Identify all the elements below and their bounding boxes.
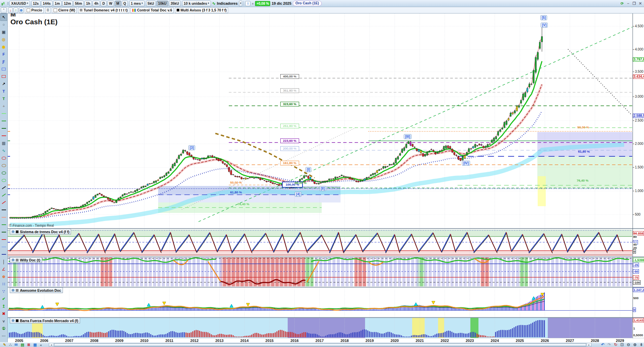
like-tool[interactable]: ↥: [0, 303, 7, 310]
marker-down-button[interactable]: ↓: [8, 7, 13, 13]
notes-icon[interactable]: ▤: [21, 343, 24, 347]
period-selector[interactable]: 1 mes ▾: [129, 1, 145, 6]
chat-icon[interactable]: ✉: [14, 343, 17, 347]
restore-button[interactable]: ❐: [632, 1, 637, 6]
unit-button-5kU[interactable]: 5kU: [146, 1, 156, 6]
chart-window-icon[interactable]: ▦: [33, 343, 37, 347]
panel-header-awesome[interactable]: ⊗ Awesome Evolution Doc: [10, 287, 63, 293]
close-button[interactable]: ✕: [638, 1, 643, 6]
zoom-area-tool[interactable]: ▣: [0, 28, 7, 36]
delete-tool[interactable]: ✖: [0, 310, 7, 317]
timeframe-button-D[interactable]: D: [101, 1, 107, 6]
text-tool[interactable]: T: [0, 88, 7, 95]
legend-item-cierre[interactable]: Cierre (W): [52, 7, 77, 13]
alert-pointer-tool[interactable]: ◎: [0, 36, 7, 43]
collapse-toolbar-button[interactable]: ⌃: [1, 7, 7, 13]
unit-button-35kU[interactable]: 35kU: [169, 1, 181, 6]
elliott-wave-label[interactable]: [V]: [541, 23, 548, 28]
ellipse-brown-tool[interactable]: [0, 162, 7, 169]
redo-icon[interactable]: ↷: [608, 342, 611, 347]
timeframe-button-144s[interactable]: 144s: [41, 1, 52, 6]
symbol-selector[interactable]: XAUUSD ▾: [9, 1, 30, 6]
toolbar-grip-handle[interactable]: ⁞⁞: [7, 1, 8, 5]
trendline-black-tool[interactable]: [0, 184, 7, 191]
cierre-checkbox[interactable]: [53, 8, 57, 12]
elliott-wave-label[interactable]: [IV]: [462, 161, 470, 166]
hline-green-tool[interactable]: [0, 117, 7, 125]
share-icon[interactable]: ∴: [9, 343, 11, 347]
legend-item-precio[interactable]: Precio: [25, 7, 44, 13]
rectangle-blue-tool[interactable]: [0, 65, 7, 73]
hline-black-tool[interactable]: [0, 206, 7, 214]
elliott-wave-label[interactable]: [4]: [295, 192, 301, 197]
close-panel-icon[interactable]: ⊗: [11, 229, 14, 234]
cursor-tool[interactable]: ↖: [0, 13, 7, 21]
hline-darkgreen-tool[interactable]: [0, 125, 7, 132]
legend-item-indicator[interactable]: Tunel Domenec v4 (t t t t t): [78, 7, 129, 13]
scroll-end-icon[interactable]: ⇟: [640, 342, 643, 347]
timeframe-button-12m[interactable]: 12m: [62, 1, 73, 6]
marker-up-button[interactable]: ↑: [13, 7, 18, 13]
scroll-right-button[interactable]: ▸: [586, 343, 591, 346]
zoom-in-icon[interactable]: ⊕: [633, 342, 637, 347]
chart-canvas[interactable]: [0, 0, 644, 347]
points-labels-tool[interactable]: ∵: [0, 288, 7, 295]
legend-item-indicator[interactable]: Control Total Doc v.6: [131, 7, 174, 13]
ellipse-lightgreen-tool[interactable]: [0, 177, 7, 184]
hline-red2-tool[interactable]: [0, 236, 7, 243]
indicators-label[interactable]: Indicadores: [217, 1, 238, 5]
anchor-point-tool[interactable]: +: [0, 102, 7, 110]
refresh-button[interactable]: ⟳: [619, 1, 625, 6]
wave-tool[interactable]: ∿: [0, 147, 7, 154]
fib-retracement-tool[interactable]: Ƒ: [0, 58, 7, 65]
fib-level-label[interactable]: 261,80 %: [280, 124, 299, 128]
units-selector[interactable]: 10 k unidades ▾: [182, 1, 211, 6]
trendline-red-tool[interactable]: [0, 199, 7, 206]
hline-salmon-tool[interactable]: [0, 214, 7, 221]
close-panel-icon[interactable]: ⊗: [11, 258, 14, 262]
confirm-tool[interactable]: ✔: [0, 295, 7, 303]
alert-tool[interactable]: ◉: [0, 43, 7, 51]
trendline-green-tool[interactable]: [0, 191, 7, 199]
panel-header-barra-fuerza[interactable]: ⊗ Barra Fuerza Fondo Mercado v4 (f): [10, 318, 80, 323]
elliott-wave-label[interactable]: [5]: [540, 15, 547, 20]
indicators-dropdown-button[interactable]: ▾: [239, 1, 242, 6]
callout-tool[interactable]: T: [0, 95, 7, 102]
fib-level-label[interactable]: 161,80 %: [280, 161, 299, 165]
remove-indicator-button[interactable]: ⊗: [19, 7, 24, 13]
arrow-tool[interactable]: ↗: [0, 80, 7, 88]
ellipse-green-tool[interactable]: [0, 169, 7, 177]
hline-lightgreen-tool[interactable]: [0, 110, 7, 117]
fib-level-label[interactable]: 361,80 %: [280, 88, 299, 93]
hline-lightblue-tool[interactable]: [0, 243, 7, 251]
points-cluster-tool[interactable]: ∷: [0, 280, 7, 288]
collapse-tools-button[interactable]: v: [0, 317, 7, 325]
scroll-left-button[interactable]: ◂: [49, 343, 54, 346]
collapse-left-icon[interactable]: «: [40, 343, 42, 347]
timeframe-button-1h[interactable]: 1h: [84, 1, 92, 6]
timeframe-button-Q[interactable]: Q: [122, 1, 128, 6]
unit-button-10kU[interactable]: 10kU: [156, 1, 168, 6]
panel-header-willy[interactable]: ⊗ Willy Doc (t): [10, 257, 42, 263]
hline-red-tool[interactable]: [0, 132, 7, 139]
angle-tool[interactable]: ∠: [0, 265, 7, 273]
timeframe-button-1m[interactable]: 1m: [53, 1, 62, 6]
hline-darkblue-tool[interactable]: [0, 251, 7, 258]
elliott-wave-label[interactable]: [II]: [319, 186, 326, 191]
undo-icon[interactable]: ↶: [601, 342, 605, 347]
fib-level-label[interactable]: 323,60 %: [280, 102, 299, 106]
price-style-button[interactable]: ☰: [45, 7, 50, 13]
zoom-out-icon[interactable]: ⊖: [627, 342, 630, 347]
elliott-wave-label[interactable]: [3]: [188, 145, 195, 150]
elliott-wave-label[interactable]: [I]: [306, 167, 311, 172]
draw-tools-icon[interactable]: ✎: [3, 343, 6, 347]
timeframe-button-W[interactable]: W: [107, 1, 114, 6]
instrument-pill[interactable]: Oro Cash (1E): [293, 1, 322, 6]
orders-tool[interactable]: ①: [0, 325, 7, 332]
hline-darkgreen2-tool[interactable]: [0, 228, 7, 236]
zoom-tool[interactable]: ○: [0, 21, 7, 28]
horizontal-scrollbar[interactable]: ◂ ▸: [49, 343, 592, 347]
zoom-adjust-icon[interactable]: ↻: [614, 342, 617, 347]
rectangle-red-tool[interactable]: [0, 73, 7, 80]
timeframe-button-4h[interactable]: 4h: [93, 1, 100, 6]
